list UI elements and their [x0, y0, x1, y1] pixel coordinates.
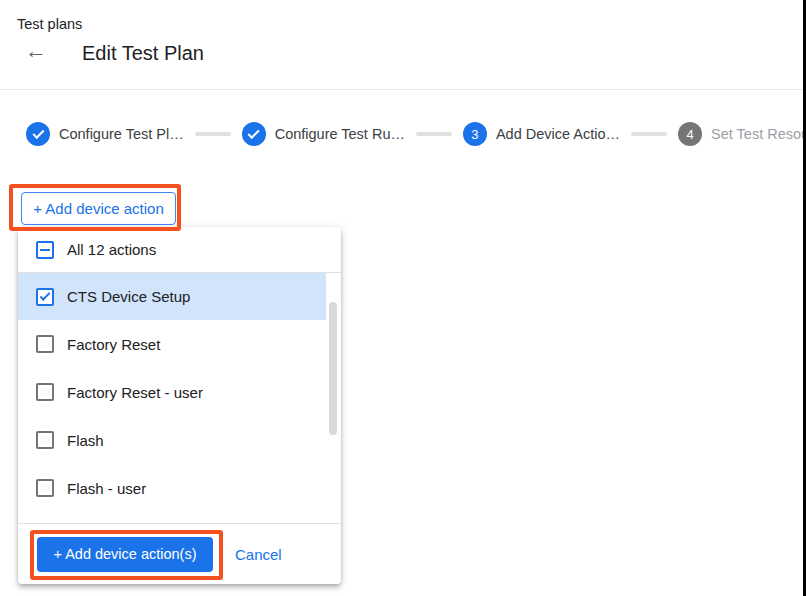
- indeterminate-checkbox-icon[interactable]: [36, 241, 54, 259]
- cancel-button[interactable]: Cancel: [227, 542, 290, 567]
- breadcrumb: Test plans: [17, 16, 82, 32]
- option-label: Flash - user: [67, 480, 146, 497]
- edit-test-plan-page: Test plans ← Edit Test Plan Configure Te…: [0, 0, 806, 596]
- stepper-step-add-device-action[interactable]: 3 Add Device Actio…: [463, 122, 620, 146]
- step-label: Configure Test Pl…: [59, 126, 184, 142]
- option-label: Factory Reset: [67, 336, 160, 353]
- step-number: 4: [686, 127, 693, 142]
- step-connector: [416, 132, 452, 136]
- step-completed-check-icon: [242, 122, 266, 146]
- step-label: Add Device Actio…: [496, 126, 620, 142]
- step-label: Configure Test Ru…: [275, 126, 405, 142]
- confirm-add-device-actions-button[interactable]: + Add device action(s): [37, 537, 213, 572]
- stepper-step-set-test-resources[interactable]: 4 Set Test Resourc…: [678, 122, 806, 146]
- unchecked-checkbox-icon[interactable]: [36, 335, 54, 353]
- option-row-flash[interactable]: Flash: [18, 416, 341, 464]
- option-label: All 12 actions: [67, 241, 156, 258]
- option-label: Factory Reset - user: [67, 384, 203, 401]
- unchecked-checkbox-icon[interactable]: [36, 431, 54, 449]
- device-action-dropdown: All 12 actions CTS Device Setup Factory …: [18, 227, 341, 584]
- unchecked-checkbox-icon[interactable]: [36, 383, 54, 401]
- back-arrow-icon[interactable]: ←: [25, 40, 47, 62]
- page-title: Edit Test Plan: [82, 42, 204, 65]
- stepper-step-configure-test-run[interactable]: Configure Test Ru…: [242, 122, 405, 146]
- option-label: Flash: [67, 432, 104, 449]
- step-number-badge: 4: [678, 122, 702, 146]
- header-divider: [0, 89, 806, 90]
- step-number-badge: 3: [463, 122, 487, 146]
- option-row-cts-device-setup[interactable]: CTS Device Setup: [18, 273, 326, 320]
- unchecked-checkbox-icon[interactable]: [36, 479, 54, 497]
- option-row-flash-user[interactable]: Flash - user: [18, 464, 341, 512]
- list-spacer: [18, 512, 341, 523]
- step-connector: [631, 132, 667, 136]
- step-completed-check-icon: [26, 122, 50, 146]
- step-label: Set Test Resourc…: [711, 126, 806, 142]
- step-connector: [195, 132, 231, 136]
- option-label: CTS Device Setup: [67, 288, 190, 305]
- select-all-actions-row[interactable]: All 12 actions: [18, 227, 341, 272]
- option-row-factory-reset-user[interactable]: Factory Reset - user: [18, 368, 341, 416]
- add-device-action-button[interactable]: + Add device action: [21, 192, 176, 225]
- dropdown-footer: + Add device action(s) Cancel: [18, 524, 341, 584]
- checked-checkbox-icon[interactable]: [36, 288, 54, 306]
- option-row-factory-reset[interactable]: Factory Reset: [18, 320, 341, 368]
- stepper-step-configure-test-plan[interactable]: Configure Test Pl…: [26, 122, 184, 146]
- stepper: Configure Test Pl… Configure Test Ru… 3 …: [26, 122, 806, 146]
- step-number: 3: [471, 127, 478, 142]
- scrollbar-thumb[interactable]: [329, 302, 337, 435]
